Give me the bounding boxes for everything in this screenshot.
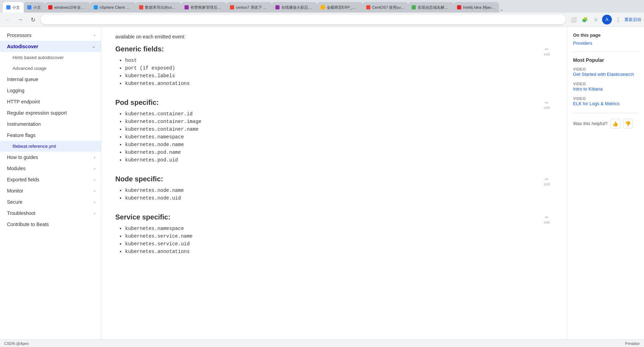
reload-button[interactable]: ↻: [28, 15, 38, 24]
status-bar: CSDN @Apex Predator: [0, 339, 644, 347]
list-item: host: [125, 57, 536, 64]
thumbdown-button[interactable]: 👎: [623, 119, 633, 129]
tab-favicon-4: [94, 5, 98, 9]
tab-favicon-6: [184, 5, 189, 9]
tab-11[interactable]: 实现动态域名解析D...: [408, 2, 454, 13]
tab-favicon-7: [230, 5, 234, 9]
sidebar-item-autodiscover[interactable]: Autodiscover ⌄: [0, 41, 101, 52]
sidebar-item-http-endpoint[interactable]: HTTP endpoint: [0, 96, 101, 107]
list-item: kubernetes.node.uid: [125, 194, 536, 202]
sidebar-item-troubleshoot[interactable]: Troubleshoot ›: [0, 208, 101, 219]
sidebar-label-filebeat-ref: filebeat.reference.yml: [13, 144, 56, 149]
video-item-2: VIDEO Intro to Kibana: [573, 82, 638, 92]
thumbup-button[interactable]: 👍: [610, 119, 620, 129]
screen-cast-icon[interactable]: ⬜: [569, 15, 578, 24]
edit-label-3[interactable]: edit: [544, 182, 550, 186]
tab-12[interactable]: Intellij Idea 持java...: [454, 2, 499, 13]
pod-specific-title: Pod specific:: [115, 99, 536, 107]
sidebar-item-secure[interactable]: Secure ›: [0, 196, 101, 208]
intro-text: available on each emitted event:: [115, 34, 553, 39]
sidebar-label-internal-queue: Internal queue: [7, 77, 38, 82]
restart-label[interactable]: 重新启动: [624, 17, 641, 23]
tab-label-5: 数据库导出的csv文...: [145, 5, 178, 10]
tab-label-8: 在线播放火影忍者-...: [281, 5, 314, 10]
sidebar-item-how-to[interactable]: How to guides ›: [0, 152, 101, 163]
profile-icon[interactable]: A: [602, 15, 612, 24]
video-item-3: VIDEO ELK for Logs & Metrics: [573, 96, 638, 107]
sidebar-item-monitor[interactable]: Monitor ›: [0, 185, 101, 196]
sidebar-label-regex: Regular expression support: [7, 110, 67, 116]
tab-8[interactable]: 在线播放火影忍者-...: [272, 2, 317, 13]
list-item: kubernetes.labels: [125, 72, 536, 80]
edit-label-2[interactable]: edit: [544, 106, 550, 110]
sidebar-item-advanced[interactable]: Advanced usage: [0, 63, 101, 74]
tab-bar: 小文 小文 windows10专业版... vSphere Client 全..…: [0, 0, 644, 13]
sidebar-item-logging[interactable]: Logging: [0, 85, 101, 96]
sidebar-label-how-to: How to guides: [7, 154, 38, 160]
sidebar-label-advanced: Advanced usage: [13, 66, 46, 71]
sidebar-item-filebeat-ref[interactable]: filebeat.reference.yml: [0, 141, 101, 152]
chevron-right-exported-icon: ›: [94, 177, 95, 182]
video-label-3: VIDEO: [573, 96, 638, 101]
edit-label-1[interactable]: edit: [544, 52, 550, 56]
menu-button[interactable]: ⋮: [613, 15, 623, 24]
tab-4[interactable]: vSphere Client 全...: [90, 2, 136, 13]
pod-specific-list: kubernetes.container.id kubernetes.conta…: [115, 110, 536, 164]
tab-7[interactable]: centos7 系统下 my...: [226, 2, 272, 13]
tab-label-7: centos7 系统下 my...: [236, 5, 268, 10]
sidebar-item-internal-queue[interactable]: Internal queue: [0, 74, 101, 85]
page-wrapper: Processors › Autodiscover ⌄ Hints based …: [0, 27, 644, 339]
video-link-3[interactable]: ELK for Logs & Metrics: [573, 101, 638, 107]
list-item: kubernetes.node.name: [125, 187, 536, 194]
tab-10[interactable]: CentOS7 使用yum...: [363, 2, 408, 13]
tab-1[interactable]: 小文: [3, 2, 24, 13]
sidebar-item-regex[interactable]: Regular expression support: [0, 107, 101, 118]
extensions-icon[interactable]: 🧩: [580, 15, 589, 24]
generic-fields-title: Generic fields:: [115, 45, 536, 53]
video-label-1: VIDEO: [573, 67, 638, 71]
sidebar-item-feature-flags[interactable]: Feature flags: [0, 130, 101, 141]
helpful-row: Was this helpful? 👍 👎: [573, 119, 638, 129]
sidebar-label-secure: Secure: [7, 199, 22, 205]
right-panel: On this page Providers Most Popular VIDE…: [567, 27, 644, 339]
sidebar-label-monitor: Monitor: [7, 188, 23, 194]
video-link-1[interactable]: Get Started with Elasticsearch: [573, 71, 638, 78]
tab-label-11: 实现动态域名解析D...: [418, 5, 450, 10]
edit-pencil-icon-4: ✏: [545, 215, 549, 220]
forward-button[interactable]: →: [15, 15, 25, 24]
chevron-right-icon: ›: [94, 33, 95, 38]
tab-favicon-12: [457, 5, 461, 9]
helpful-label: Was this helpful?: [573, 121, 608, 126]
tab-3[interactable]: windows10专业版...: [45, 2, 90, 13]
sidebar-item-exported-fields[interactable]: Exported fields ›: [0, 174, 101, 185]
tab-6[interactable]: 有赞商家管理后台...: [181, 2, 226, 13]
back-button[interactable]: ←: [3, 15, 13, 24]
divider-1: [573, 51, 638, 52]
sidebar-item-modules[interactable]: Modules ›: [0, 163, 101, 174]
navigation-bar: ← → ↻ elastic.co/guide/en/beats/filebeat…: [0, 13, 644, 27]
on-page-link-providers[interactable]: Providers: [573, 41, 638, 46]
sidebar-label-instrumentation: Instrumentation: [7, 121, 41, 127]
bookmark-icon[interactable]: ☆: [591, 15, 601, 24]
section-pod-specific: Pod specific: kubernetes.container.id ku…: [115, 99, 553, 167]
sidebar-item-processors[interactable]: Processors ›: [0, 30, 101, 41]
tab-5[interactable]: 数据库导出的csv文...: [136, 2, 181, 13]
tab-label-10: CentOS7 使用yum...: [372, 5, 405, 10]
list-item: kubernetes.pod.name: [125, 149, 536, 156]
sidebar-item-contribute[interactable]: Contribute to Beats: [0, 219, 101, 230]
tab-label-12: Intellij Idea 持java...: [463, 5, 495, 10]
more-tabs-icon[interactable]: »: [500, 8, 503, 13]
sidebar-item-hints[interactable]: Hints based autodiscover: [0, 52, 101, 63]
chevron-down-icon: ⌄: [92, 44, 95, 49]
tab-2[interactable]: 小文: [24, 2, 45, 13]
section-node-specific: Node specific: kubernetes.node.name kube…: [115, 175, 553, 205]
edit-label-4[interactable]: edit: [544, 220, 550, 224]
most-popular-title: Most Popular: [573, 57, 638, 63]
video-link-2[interactable]: Intro to Kibana: [573, 86, 638, 92]
list-item: kubernetes.namespace: [125, 225, 536, 232]
sidebar-label-feature-flags: Feature flags: [7, 132, 36, 138]
sidebar-item-instrumentation[interactable]: Instrumentation: [0, 118, 101, 130]
tab-9[interactable]: 金蝶商贸ERP_满足...: [317, 2, 363, 13]
address-bar[interactable]: elastic.co/guide/en/beats/filebeat/curre…: [41, 15, 566, 24]
list-item: kubernetes.pod.uid: [125, 156, 536, 164]
